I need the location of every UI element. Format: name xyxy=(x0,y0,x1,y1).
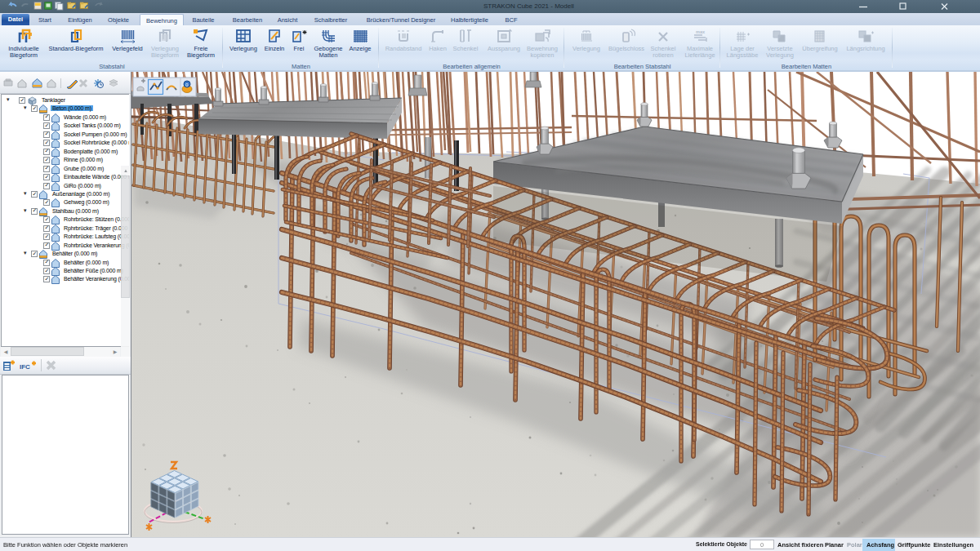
svg-text:IFC: IFC xyxy=(20,363,30,371)
svg-text:max: max xyxy=(696,29,706,34)
